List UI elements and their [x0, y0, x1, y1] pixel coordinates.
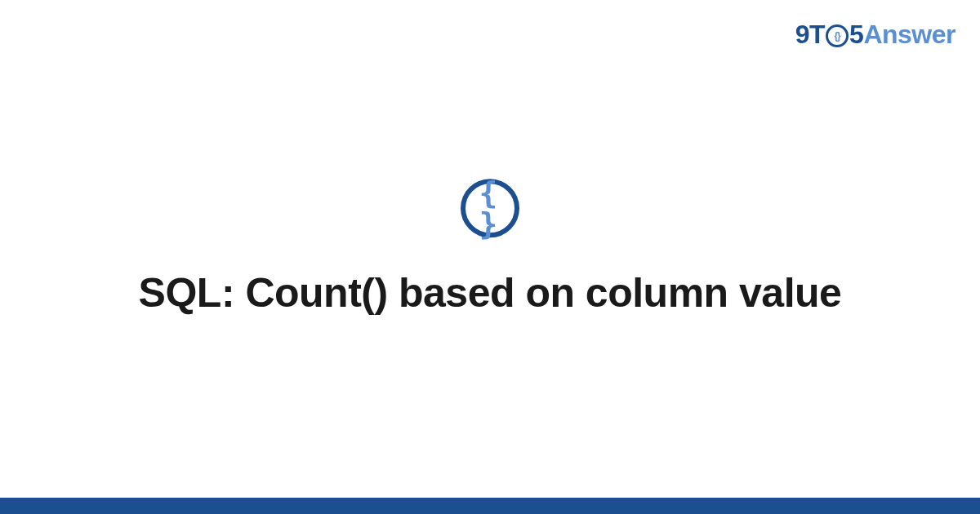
- site-logo[interactable]: 9T {} 5 Answer: [795, 20, 956, 50]
- braces-glyph: { }: [466, 177, 514, 239]
- logo-text-9t: 9T: [795, 20, 825, 50]
- logo-text-answer: Answer: [863, 20, 956, 50]
- logo-braces-mini: {}: [834, 31, 840, 41]
- page-title: SQL: Count() based on column value: [0, 268, 980, 318]
- code-braces-icon: { }: [461, 179, 519, 237]
- footer-accent-bar: [0, 498, 980, 514]
- logo-text-5: 5: [849, 20, 863, 50]
- logo-circle-icon: {}: [826, 24, 849, 47]
- main-content: { } SQL: Count() based on column value: [0, 179, 980, 318]
